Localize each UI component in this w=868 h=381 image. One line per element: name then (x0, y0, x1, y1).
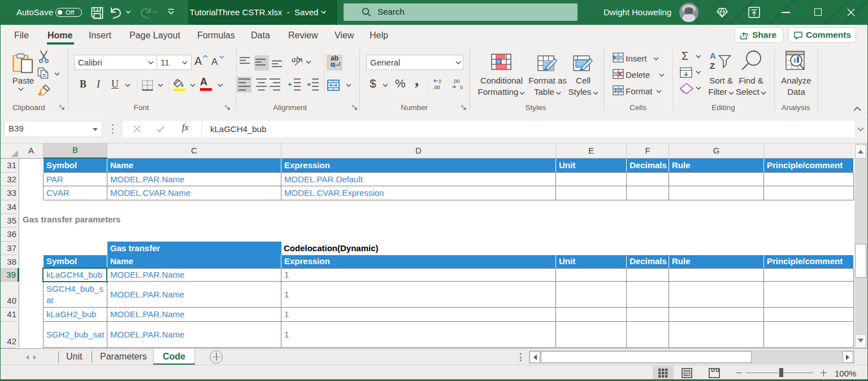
svg-text:.00: .00 (453, 78, 460, 84)
svg-text:.00: .00 (433, 85, 440, 90)
svg-text:0: 0 (460, 85, 463, 90)
svg-text:0: 0 (439, 78, 441, 84)
